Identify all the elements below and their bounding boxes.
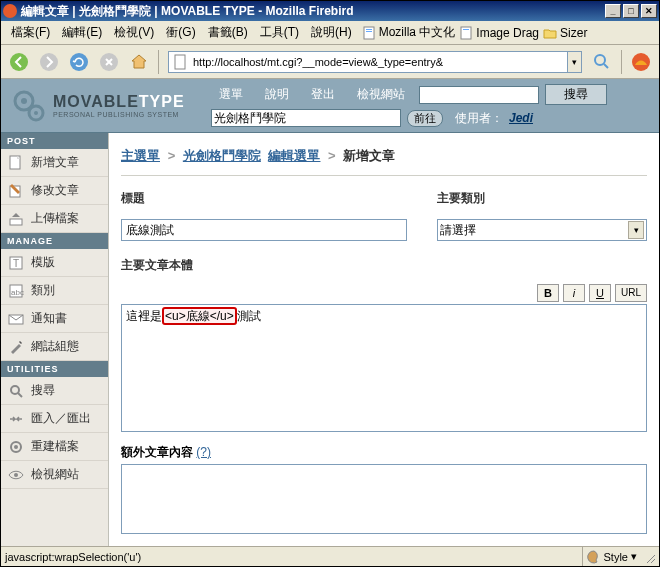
page-icon [362,26,376,40]
header-logout-link[interactable]: 登出 [303,84,343,105]
category-value: 請選擇 [440,222,476,239]
svg-point-29 [14,473,18,477]
sidebar-label: 重建檔案 [31,438,79,455]
extra-textarea[interactable] [121,464,647,534]
sidebar-section-utilities: UTILITIES [1,361,108,377]
resize-grip-icon[interactable] [641,549,657,565]
titlebar: 編輯文章 | 光劍格鬥學院 | MOVABLE TYPE - Mozilla F… [1,1,659,21]
body-text-post: 測試 [237,309,261,323]
svg-point-7 [70,53,88,71]
sidebar-item-view-site[interactable]: 檢視網站 [1,461,108,489]
italic-button[interactable]: i [563,284,585,302]
sidebar-item-templates[interactable]: T 模版 [1,249,108,277]
user-link[interactable]: Jedi [509,111,533,125]
svg-rect-9 [175,55,185,69]
sidebar-section-post: POST [1,133,108,149]
body-label: 主要文章本體 [121,257,647,274]
close-button[interactable]: ✕ [641,4,657,18]
title-label: 標題 [121,190,407,207]
bc-main-menu[interactable]: 主選單 [121,148,160,163]
svg-point-6 [40,53,58,71]
bookmark-label: Mozilla 中文化 [379,24,456,41]
menu-tools[interactable]: 工具(T) [254,22,305,43]
svg-rect-2 [366,31,372,32]
style-button[interactable]: Style▾ [583,550,641,564]
separator [158,50,159,74]
blog-select-value: 光劍格鬥學院 [214,111,286,125]
sidebar-item-search[interactable]: 搜尋 [1,377,108,405]
menu-edit[interactable]: 編輯(E) [56,22,108,43]
forward-button[interactable] [35,48,63,76]
menu-view[interactable]: 檢視(V) [108,22,160,43]
page-icon [172,54,188,70]
menu-bookmarks[interactable]: 書籤(B) [202,22,254,43]
reload-button[interactable] [65,48,93,76]
content: 主選單 > 光劍格鬥學院 編輯選單 > 新增文章 標題 主要類別 請選擇 ▾ [109,133,659,549]
import-icon [7,410,25,428]
svg-rect-19 [10,219,22,225]
title-input[interactable] [121,219,407,241]
sidebar-item-new-entry[interactable]: 新增文章 [1,149,108,177]
category-select[interactable]: 請選擇 ▾ [437,219,647,241]
sidebar-item-edit-entry[interactable]: 修改文章 [1,177,108,205]
blog-go-button[interactable]: 前往 [407,110,443,127]
svg-point-28 [14,445,18,449]
sidebar-item-rebuild[interactable]: 重建檔案 [1,433,108,461]
home-button[interactable] [125,48,153,76]
logo-brand-a: MOVABLE [53,93,139,110]
svg-rect-0 [364,27,374,39]
svg-point-16 [34,111,38,115]
header-menu-link[interactable]: 選單 [211,84,251,105]
extra-help-link[interactable]: (?) [196,445,211,459]
category-label: 主要類別 [437,190,647,207]
bookmark-imagedrag[interactable]: Image Drag [459,26,539,40]
stop-button[interactable] [95,48,123,76]
firebird-icon [3,4,17,18]
menu-go[interactable]: 衝(G) [160,22,201,43]
window-title: 編輯文章 | 光劍格鬥學院 | MOVABLE TYPE - Mozilla F… [21,3,605,20]
bookmark-sizer[interactable]: Sizer [543,26,587,40]
back-button[interactable] [5,48,33,76]
header-viewsite-link[interactable]: 檢視網站 [349,84,413,105]
header-help-link[interactable]: 說明 [257,84,297,105]
menubar: 檔案(F) 編輯(E) 檢視(V) 衝(G) 書籤(B) 工具(T) 說明(H)… [1,21,659,45]
statusbar: javascript:wrapSelection('u') Style▾ [1,546,659,566]
sidebar-item-upload[interactable]: 上傳檔案 [1,205,108,233]
go-button[interactable] [588,48,616,76]
sidebar-item-notifications[interactable]: 通知書 [1,305,108,333]
status-text: javascript:wrapSelection('u') [1,547,583,566]
blog-select[interactable]: 光劍格鬥學院 [211,109,401,127]
bc-edit-menu[interactable]: 編輯選單 [268,148,320,163]
sidebar-label: 網誌組態 [31,338,79,355]
user-prefix: 使用者： [455,110,503,127]
bc-blog[interactable]: 光劍格鬥學院 [183,148,261,163]
url-dropdown-button[interactable]: ▾ [567,52,581,72]
url-input[interactable] [191,56,567,68]
sidebar-item-import[interactable]: 匯入／匯出 [1,405,108,433]
header-search-input[interactable] [419,86,539,104]
sidebar-label: 匯入／匯出 [31,410,91,427]
url-button[interactable]: URL [615,284,647,302]
sidebar-item-blog-config[interactable]: 網誌組態 [1,333,108,361]
chevron-down-icon: ▾ [628,221,644,239]
bold-button[interactable]: B [537,284,559,302]
minimize-button[interactable]: _ [605,4,621,18]
menu-help[interactable]: 說明(H) [305,22,358,43]
sidebar: POST 新增文章 修改文章 上傳檔案 MANAGE T 模版 abc 類別 通… [1,133,109,549]
config-icon [7,338,25,356]
sidebar-item-categories[interactable]: abc 類別 [1,277,108,305]
gears-icon [11,88,47,124]
palette-icon [587,550,601,564]
categories-icon: abc [7,282,25,300]
maximize-button[interactable]: □ [623,4,639,18]
sidebar-label: 通知書 [31,310,67,327]
menu-file[interactable]: 檔案(F) [5,22,56,43]
header-search-button[interactable]: 搜尋 [545,84,607,105]
body-textarea[interactable]: 這裡是<u>底線</u>測試 [121,304,647,432]
body-highlight-tag: <u>底線</u> [162,307,237,325]
url-box: ▾ [168,51,582,73]
underline-button[interactable]: U [589,284,611,302]
bookmark-mozilla[interactable]: Mozilla 中文化 [362,24,456,41]
sidebar-section-manage: MANAGE [1,233,108,249]
toolbar: ▾ [1,45,659,79]
